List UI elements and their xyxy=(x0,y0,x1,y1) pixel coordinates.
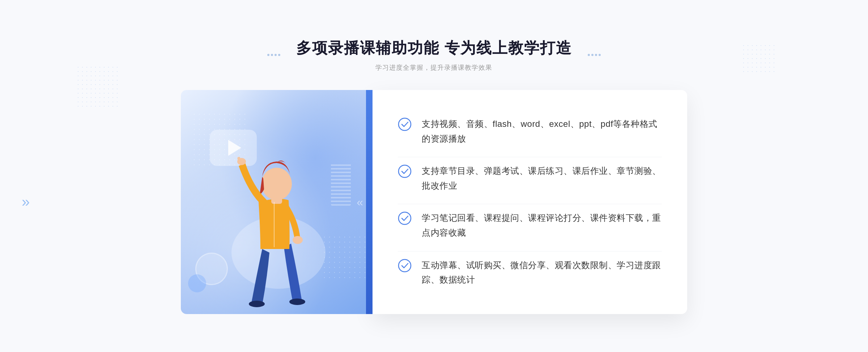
left-arrow-decoration: » xyxy=(22,194,30,210)
circle-decoration-2 xyxy=(188,274,206,292)
decorative-dots-left xyxy=(76,65,119,108)
person-figure xyxy=(228,137,329,310)
feature-text-3: 学习笔记回看、课程提问、课程评论打分、课件资料下载，重点内容收藏 xyxy=(422,211,662,240)
page-container: » 多项录播课辅助功能 专为线上教学打造 学习进度全掌握，提升录播课教学效果 xyxy=(0,0,868,352)
feature-item-3: 学习笔记回看、课程提问、课程评论打分、课件资料下载，重点内容收藏 xyxy=(398,204,662,247)
decorative-dots-right xyxy=(741,43,778,72)
feature-text-4: 互动弹幕、试听购买、微信分享、观看次数限制、学习进度跟踪、数据统计 xyxy=(422,258,662,288)
header-dots-left xyxy=(267,54,280,56)
svg-point-11 xyxy=(399,212,411,224)
svg-point-7 xyxy=(293,236,303,244)
stripe-decoration xyxy=(331,162,351,206)
check-icon-4 xyxy=(398,259,412,272)
feature-text-1: 支持视频、音频、flash、word、excel、ppt、pdf等各种格式的资源… xyxy=(422,117,662,146)
blue-side-stripe xyxy=(366,90,373,314)
check-icon-3 xyxy=(398,211,412,225)
svg-point-12 xyxy=(399,259,411,272)
features-panel: 支持视频、音频、flash、word、excel、ppt、pdf等各种格式的资源… xyxy=(373,90,687,314)
svg-point-10 xyxy=(399,165,411,177)
svg-point-9 xyxy=(399,118,411,130)
svg-point-2 xyxy=(289,299,305,305)
content-area: « xyxy=(181,90,687,314)
feature-item-2: 支持章节目录、弹题考试、课后练习、课后作业、章节测验、批改作业 xyxy=(398,157,662,200)
check-icon-1 xyxy=(398,117,412,131)
svg-point-4 xyxy=(261,168,292,200)
svg-point-1 xyxy=(249,301,265,307)
illus-chevrons: « xyxy=(357,196,362,209)
sub-title: 学习进度全掌握，提升录播课教学效果 xyxy=(296,63,572,72)
main-title: 多项录播课辅助功能 专为线上教学打造 xyxy=(296,38,572,58)
header-dots-right xyxy=(588,54,601,56)
illustration-panel: « xyxy=(181,90,373,314)
feature-item-1: 支持视频、音频、flash、word、excel、ppt、pdf等各种格式的资源… xyxy=(398,110,662,153)
check-icon-2 xyxy=(398,164,412,178)
feature-text-2: 支持章节目录、弹题考试、课后练习、课后作业、章节测验、批改作业 xyxy=(422,164,662,193)
header-section: 多项录播课辅助功能 专为线上教学打造 学习进度全掌握，提升录播课教学效果 xyxy=(296,38,572,72)
feature-item-4: 互动弹幕、试听购买、微信分享、观看次数限制、学习进度跟踪、数据统计 xyxy=(398,251,662,294)
